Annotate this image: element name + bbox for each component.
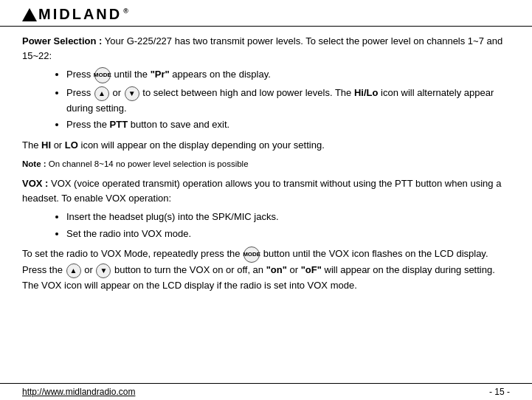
down-arrow-icon-2: ▼ <box>96 263 111 278</box>
note-body: On channel 8~14 no power level selection… <box>49 159 249 168</box>
vox-set-text4: button to turn the VOX on or off, an <box>114 264 266 275</box>
bullet3-text-after: button to save and exit. <box>131 119 229 130</box>
power-selection-para: Power Selection : Your G-225/227 has two… <box>22 34 510 63</box>
up-arrow-icon: ▲ <box>94 86 109 101</box>
up-arrow-icon-2: ▲ <box>66 263 81 278</box>
bullet1-bold: "Pr" <box>151 69 170 80</box>
footer-link[interactable]: http://www.midlandradio.com <box>22 387 135 397</box>
logo-text: MIDLAND® <box>38 6 131 23</box>
down-arrow-icon: ▼ <box>125 86 139 101</box>
logo-reg: ® <box>123 7 131 15</box>
bullet3-text-before: Press the <box>66 119 110 130</box>
power-selection-section: Power Selection : Your G-225/227 has two… <box>22 34 510 132</box>
mode-icon-2: MODE <box>243 246 260 263</box>
bullet2-text-after: to select between high and low power lev… <box>142 87 354 98</box>
list-item: Set the radio into VOX mode. <box>66 227 510 241</box>
header: MIDLAND® <box>0 0 532 27</box>
bullet1-text-after: until the <box>114 69 150 80</box>
hi-lo-after: icon will appear on the display dependin… <box>81 139 325 151</box>
main-content: Power Selection : Your G-225/227 has two… <box>0 27 532 383</box>
list-item: Press ▲ or ▼ to select between high and … <box>66 86 510 115</box>
vox-title: VOX : <box>22 178 48 189</box>
bullet2-bold: Hi/Lo <box>354 87 379 98</box>
bullet3-bold: PTT <box>110 119 128 130</box>
note-label: Note : <box>22 159 46 168</box>
power-selection-title: Power Selection : <box>22 35 102 46</box>
list-item: Press MODE until the "Pr" appears on the… <box>66 67 510 83</box>
vox-of-bold: "oF" <box>301 264 322 275</box>
lo-text: LO <box>65 139 78 151</box>
vox-on-bold: "on" <box>266 264 287 275</box>
vox-intro-para: VOX : VOX (voice operated transmit) oper… <box>22 176 510 205</box>
note-para: Note : On channel 8~14 no power level se… <box>22 158 510 170</box>
power-bullets-list: Press MODE until the "Pr" appears on the… <box>66 67 510 132</box>
bullet2-text-mid: or <box>112 87 123 98</box>
bullet1-text-end: appears on the display. <box>172 69 270 80</box>
vox-intro: VOX (voice operated transmit) operation … <box>22 178 501 204</box>
page: MIDLAND® Power Selection : Your G-225/22… <box>0 0 532 400</box>
list-item: Press the PTT button to save and exit. <box>66 117 510 132</box>
vox-bullets-list: Insert the headset plug(s) into the SPK/… <box>66 210 510 241</box>
vox-section: VOX : VOX (voice operated transmit) oper… <box>22 176 510 241</box>
footer: http://www.midlandradio.com - 15 - <box>0 383 532 400</box>
footer-page: - 15 - <box>489 387 510 397</box>
logo-triangle-icon <box>22 8 37 21</box>
mode-icon: MODE <box>94 67 111 83</box>
vox-set-text5: or <box>290 264 301 275</box>
list-item: Insert the headset plug(s) into the SPK/… <box>66 210 510 224</box>
vox-set-text3: or <box>84 264 95 275</box>
hi-lo-or: or <box>54 139 65 151</box>
bullet1-text-before: Press <box>66 69 94 80</box>
vox-bullet2: Set the radio into VOX mode. <box>66 228 191 239</box>
hi-text: HI <box>41 139 51 151</box>
bullet2-text-before: Press <box>66 87 94 98</box>
vox-set-text1: To set the radio to VOX Mode, repeatedly… <box>22 249 243 260</box>
hi-lo-before: The <box>22 139 41 151</box>
vox-set-para: To set the radio to VOX Mode, repeatedly… <box>22 246 510 294</box>
hi-lo-para: The HI or LO icon will appear on the dis… <box>22 138 510 153</box>
vox-bullet1: Insert the headset plug(s) into the SPK/… <box>66 211 279 222</box>
